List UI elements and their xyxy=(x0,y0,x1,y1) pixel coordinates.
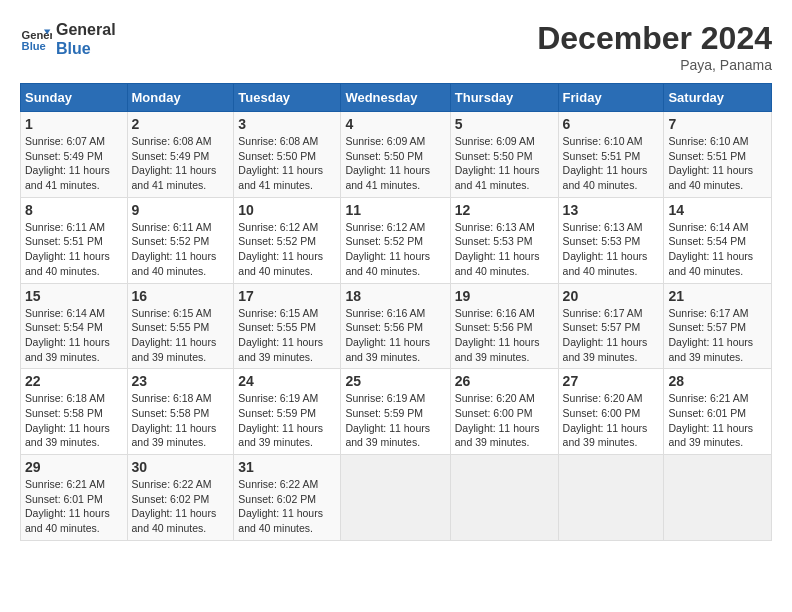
calendar-cell: 16 Sunrise: 6:15 AM Sunset: 5:55 PM Dayl… xyxy=(127,283,234,369)
day-number: 28 xyxy=(668,373,767,389)
calendar-cell: 1 Sunrise: 6:07 AM Sunset: 5:49 PM Dayli… xyxy=(21,112,128,198)
calendar-cell xyxy=(450,455,558,541)
day-number: 3 xyxy=(238,116,336,132)
day-number: 29 xyxy=(25,459,123,475)
calendar-cell: 23 Sunrise: 6:18 AM Sunset: 5:58 PM Dayl… xyxy=(127,369,234,455)
day-number: 31 xyxy=(238,459,336,475)
calendar-cell: 28 Sunrise: 6:21 AM Sunset: 6:01 PM Dayl… xyxy=(664,369,772,455)
logo-text-blue: Blue xyxy=(56,39,116,58)
calendar-cell: 18 Sunrise: 6:16 AM Sunset: 5:56 PM Dayl… xyxy=(341,283,450,369)
day-info: Sunrise: 6:11 AM Sunset: 5:52 PM Dayligh… xyxy=(132,220,230,279)
day-info: Sunrise: 6:22 AM Sunset: 6:02 PM Dayligh… xyxy=(132,477,230,536)
calendar-cell: 14 Sunrise: 6:14 AM Sunset: 5:54 PM Dayl… xyxy=(664,197,772,283)
header-tuesday: Tuesday xyxy=(234,84,341,112)
day-info: Sunrise: 6:13 AM Sunset: 5:53 PM Dayligh… xyxy=(563,220,660,279)
calendar-cell: 13 Sunrise: 6:13 AM Sunset: 5:53 PM Dayl… xyxy=(558,197,664,283)
day-info: Sunrise: 6:09 AM Sunset: 5:50 PM Dayligh… xyxy=(345,134,445,193)
day-number: 16 xyxy=(132,288,230,304)
day-info: Sunrise: 6:16 AM Sunset: 5:56 PM Dayligh… xyxy=(345,306,445,365)
logo-icon: General Blue xyxy=(20,23,52,55)
day-info: Sunrise: 6:22 AM Sunset: 6:02 PM Dayligh… xyxy=(238,477,336,536)
day-info: Sunrise: 6:17 AM Sunset: 5:57 PM Dayligh… xyxy=(668,306,767,365)
calendar-cell: 4 Sunrise: 6:09 AM Sunset: 5:50 PM Dayli… xyxy=(341,112,450,198)
day-number: 19 xyxy=(455,288,554,304)
calendar-cell: 27 Sunrise: 6:20 AM Sunset: 6:00 PM Dayl… xyxy=(558,369,664,455)
calendar-cell: 31 Sunrise: 6:22 AM Sunset: 6:02 PM Dayl… xyxy=(234,455,341,541)
day-number: 5 xyxy=(455,116,554,132)
day-info: Sunrise: 6:08 AM Sunset: 5:49 PM Dayligh… xyxy=(132,134,230,193)
calendar-table: SundayMondayTuesdayWednesdayThursdayFrid… xyxy=(20,83,772,541)
header-friday: Friday xyxy=(558,84,664,112)
header-thursday: Thursday xyxy=(450,84,558,112)
day-info: Sunrise: 6:13 AM Sunset: 5:53 PM Dayligh… xyxy=(455,220,554,279)
day-number: 9 xyxy=(132,202,230,218)
day-number: 25 xyxy=(345,373,445,389)
calendar-week-1: 1 Sunrise: 6:07 AM Sunset: 5:49 PM Dayli… xyxy=(21,112,772,198)
day-number: 7 xyxy=(668,116,767,132)
day-number: 8 xyxy=(25,202,123,218)
day-info: Sunrise: 6:14 AM Sunset: 5:54 PM Dayligh… xyxy=(25,306,123,365)
calendar-cell: 21 Sunrise: 6:17 AM Sunset: 5:57 PM Dayl… xyxy=(664,283,772,369)
calendar-cell: 25 Sunrise: 6:19 AM Sunset: 5:59 PM Dayl… xyxy=(341,369,450,455)
calendar-cell: 19 Sunrise: 6:16 AM Sunset: 5:56 PM Dayl… xyxy=(450,283,558,369)
header-wednesday: Wednesday xyxy=(341,84,450,112)
day-info: Sunrise: 6:17 AM Sunset: 5:57 PM Dayligh… xyxy=(563,306,660,365)
calendar-cell: 3 Sunrise: 6:08 AM Sunset: 5:50 PM Dayli… xyxy=(234,112,341,198)
day-info: Sunrise: 6:21 AM Sunset: 6:01 PM Dayligh… xyxy=(25,477,123,536)
day-number: 12 xyxy=(455,202,554,218)
calendar-cell: 12 Sunrise: 6:13 AM Sunset: 5:53 PM Dayl… xyxy=(450,197,558,283)
day-number: 1 xyxy=(25,116,123,132)
calendar-cell: 5 Sunrise: 6:09 AM Sunset: 5:50 PM Dayli… xyxy=(450,112,558,198)
day-number: 15 xyxy=(25,288,123,304)
svg-text:Blue: Blue xyxy=(22,40,46,52)
day-number: 24 xyxy=(238,373,336,389)
day-number: 26 xyxy=(455,373,554,389)
calendar-cell: 24 Sunrise: 6:19 AM Sunset: 5:59 PM Dayl… xyxy=(234,369,341,455)
day-number: 20 xyxy=(563,288,660,304)
calendar-header-row: SundayMondayTuesdayWednesdayThursdayFrid… xyxy=(21,84,772,112)
logo: General Blue General Blue xyxy=(20,20,116,58)
day-info: Sunrise: 6:12 AM Sunset: 5:52 PM Dayligh… xyxy=(345,220,445,279)
calendar-cell: 15 Sunrise: 6:14 AM Sunset: 5:54 PM Dayl… xyxy=(21,283,128,369)
calendar-cell: 22 Sunrise: 6:18 AM Sunset: 5:58 PM Dayl… xyxy=(21,369,128,455)
day-info: Sunrise: 6:20 AM Sunset: 6:00 PM Dayligh… xyxy=(563,391,660,450)
day-number: 2 xyxy=(132,116,230,132)
day-number: 11 xyxy=(345,202,445,218)
header-sunday: Sunday xyxy=(21,84,128,112)
day-info: Sunrise: 6:08 AM Sunset: 5:50 PM Dayligh… xyxy=(238,134,336,193)
day-info: Sunrise: 6:10 AM Sunset: 5:51 PM Dayligh… xyxy=(668,134,767,193)
calendar-cell: 7 Sunrise: 6:10 AM Sunset: 5:51 PM Dayli… xyxy=(664,112,772,198)
location: Paya, Panama xyxy=(537,57,772,73)
calendar-cell: 29 Sunrise: 6:21 AM Sunset: 6:01 PM Dayl… xyxy=(21,455,128,541)
calendar-week-5: 29 Sunrise: 6:21 AM Sunset: 6:01 PM Dayl… xyxy=(21,455,772,541)
header-monday: Monday xyxy=(127,84,234,112)
logo-text-general: General xyxy=(56,20,116,39)
day-info: Sunrise: 6:19 AM Sunset: 5:59 PM Dayligh… xyxy=(238,391,336,450)
day-number: 21 xyxy=(668,288,767,304)
day-info: Sunrise: 6:14 AM Sunset: 5:54 PM Dayligh… xyxy=(668,220,767,279)
calendar-cell: 2 Sunrise: 6:08 AM Sunset: 5:49 PM Dayli… xyxy=(127,112,234,198)
day-number: 22 xyxy=(25,373,123,389)
day-number: 13 xyxy=(563,202,660,218)
day-number: 10 xyxy=(238,202,336,218)
calendar-cell xyxy=(558,455,664,541)
calendar-cell xyxy=(664,455,772,541)
day-info: Sunrise: 6:19 AM Sunset: 5:59 PM Dayligh… xyxy=(345,391,445,450)
day-info: Sunrise: 6:21 AM Sunset: 6:01 PM Dayligh… xyxy=(668,391,767,450)
calendar-week-3: 15 Sunrise: 6:14 AM Sunset: 5:54 PM Dayl… xyxy=(21,283,772,369)
day-info: Sunrise: 6:10 AM Sunset: 5:51 PM Dayligh… xyxy=(563,134,660,193)
day-info: Sunrise: 6:11 AM Sunset: 5:51 PM Dayligh… xyxy=(25,220,123,279)
header-saturday: Saturday xyxy=(664,84,772,112)
title-block: December 2024 Paya, Panama xyxy=(537,20,772,73)
day-number: 27 xyxy=(563,373,660,389)
month-title: December 2024 xyxy=(537,20,772,57)
calendar-cell: 20 Sunrise: 6:17 AM Sunset: 5:57 PM Dayl… xyxy=(558,283,664,369)
calendar-cell: 9 Sunrise: 6:11 AM Sunset: 5:52 PM Dayli… xyxy=(127,197,234,283)
day-info: Sunrise: 6:07 AM Sunset: 5:49 PM Dayligh… xyxy=(25,134,123,193)
calendar-cell: 10 Sunrise: 6:12 AM Sunset: 5:52 PM Dayl… xyxy=(234,197,341,283)
day-info: Sunrise: 6:20 AM Sunset: 6:00 PM Dayligh… xyxy=(455,391,554,450)
calendar-cell: 11 Sunrise: 6:12 AM Sunset: 5:52 PM Dayl… xyxy=(341,197,450,283)
day-number: 14 xyxy=(668,202,767,218)
day-number: 4 xyxy=(345,116,445,132)
calendar-cell: 26 Sunrise: 6:20 AM Sunset: 6:00 PM Dayl… xyxy=(450,369,558,455)
